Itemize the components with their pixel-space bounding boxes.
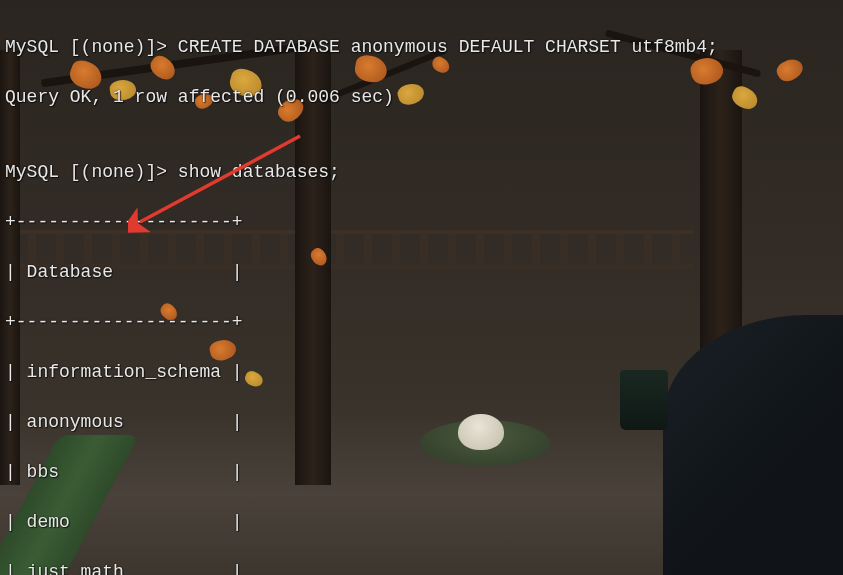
- table-row: | information_schema |: [5, 360, 838, 385]
- table-row: | demo |: [5, 510, 838, 535]
- mysql-prompt: MySQL [(none)]>: [5, 162, 178, 182]
- mysql-terminal[interactable]: MySQL [(none)]> CREATE DATABASE anonymou…: [0, 0, 843, 575]
- show-databases-command: show databases;: [178, 162, 340, 182]
- table-row: | anonymous |: [5, 410, 838, 435]
- create-database-command: CREATE DATABASE anonymous DEFAULT CHARSE…: [178, 37, 718, 57]
- query-result: Query OK, 1 row affected (0.006 sec): [5, 85, 838, 110]
- prompt-line-1: MySQL [(none)]> CREATE DATABASE anonymou…: [5, 35, 838, 60]
- table-border-top: +--------------------+: [5, 210, 838, 235]
- table-row: | just_math |: [5, 560, 838, 575]
- table-header: | Database |: [5, 260, 838, 285]
- mysql-prompt: MySQL [(none)]>: [5, 37, 178, 57]
- table-row: | bbs |: [5, 460, 838, 485]
- table-border-mid: +--------------------+: [5, 310, 838, 335]
- prompt-line-2: MySQL [(none)]> show databases;: [5, 160, 838, 185]
